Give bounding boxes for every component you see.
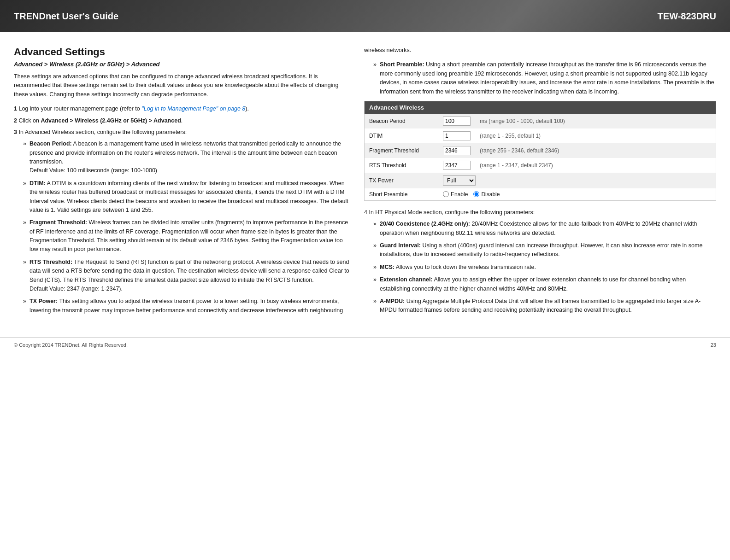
right-column: wireless networks. Short Preamble: Using… xyxy=(364,46,716,319)
page-title: Advanced Settings xyxy=(14,46,350,58)
right-bullet-list-top: Short Preamble: Using a short preamble c… xyxy=(364,60,716,96)
enable-radio-label[interactable]: Enable xyxy=(443,191,468,198)
list-item: MCS: Allows you to lock down the wireles… xyxy=(373,263,716,272)
list-item: Extension channel: Allows you to assign … xyxy=(373,275,716,293)
right-bullet-list-bottom: 20/40 Coexistence (2.4GHz only): 20/40MH… xyxy=(364,220,716,315)
table-row: Short Preamble Enable Disable xyxy=(365,188,716,200)
main-content: Advanced Settings Advanced > Wireless (2… xyxy=(0,32,730,328)
list-item: Beacon Period: A beacon is a management … xyxy=(23,140,350,175)
row-label: Fragment Threshold xyxy=(365,143,438,158)
step1-link[interactable]: "Log in to Management Page" on page 8 xyxy=(141,105,245,112)
left-column: Advanced Settings Advanced > Wireless (2… xyxy=(14,46,350,319)
row-label: Short Preamble xyxy=(365,188,438,200)
advanced-wireless-header: Advanced Wireless xyxy=(365,101,716,114)
row-label: Beacon Period xyxy=(365,114,438,128)
row-range: (range 1 - 255, default 1) xyxy=(475,128,716,143)
row-input-cell xyxy=(438,158,475,173)
disable-radio-label[interactable]: Disable xyxy=(473,191,500,198)
table-row: Fragment Threshold (range 256 - 2346, de… xyxy=(365,143,716,158)
tx-power-select[interactable]: Full Half Quarter xyxy=(443,175,476,186)
copyright-text: © Copyright 2014 TRENDnet. All Rights Re… xyxy=(14,342,128,348)
dtim-input[interactable] xyxy=(443,131,471,140)
rts-threshold-input[interactable] xyxy=(443,161,471,170)
short-preamble-disable-radio[interactable] xyxy=(473,191,479,197)
row-label: RTS Threshold xyxy=(365,158,438,173)
page-subtitle: Advanced > Wireless (2.4GHz or 5GHz) > A… xyxy=(14,61,350,68)
list-item: A-MPDU: Using Aggregate Multiple Protoco… xyxy=(373,297,716,315)
list-item: 20/40 Coexistence (2.4GHz only): 20/40MH… xyxy=(373,220,716,238)
page-footer: © Copyright 2014 TRENDnet. All Rights Re… xyxy=(0,337,730,352)
row-input-cell xyxy=(438,143,475,158)
table-row: DTIM (range 1 - 255, default 1) xyxy=(365,128,716,143)
page-header: TRENDnet User's Guide TEW-823DRU xyxy=(0,0,730,32)
row-input-cell: Full Half Quarter xyxy=(438,173,716,188)
row-input-cell xyxy=(438,114,475,128)
right-intro: wireless networks. xyxy=(364,46,716,55)
list-item: Guard Interval: Using a short (400ns) gu… xyxy=(373,241,716,259)
list-item: RTS Threshold: The Request To Send (RTS)… xyxy=(23,258,350,294)
row-input-cell xyxy=(438,128,475,143)
intro-paragraph: These settings are advanced options that… xyxy=(14,72,350,99)
row-radio-cell: Enable Disable xyxy=(438,188,716,200)
beacon-period-input[interactable] xyxy=(443,117,471,126)
step-4: 4 In HT Physical Mode section, configure… xyxy=(364,208,716,217)
list-item: Short Preamble: Using a short preamble c… xyxy=(373,60,716,96)
header-title-right: TEW-823DRU xyxy=(658,11,716,22)
advanced-wireless-panel: Advanced Wireless Beacon Period ms (rang… xyxy=(364,101,716,201)
advanced-wireless-table: Beacon Period ms (range 100 - 1000, defa… xyxy=(365,114,716,200)
row-label: TX Power xyxy=(365,173,438,188)
list-item: TX Power: This setting allows you to adj… xyxy=(23,297,350,315)
list-item: Fragment Threshold: Wireless frames can … xyxy=(23,218,350,254)
page-number: 23 xyxy=(711,342,716,348)
row-range: ms (range 100 - 1000, default 100) xyxy=(475,114,716,128)
header-title-left: TRENDnet User's Guide xyxy=(14,11,118,22)
table-row: TX Power Full Half Quarter xyxy=(365,173,716,188)
left-bullet-list: Beacon Period: A beacon is a management … xyxy=(14,140,350,315)
step-2: 2 Click on Advanced > Wireless (2.4GHz o… xyxy=(14,117,350,125)
row-range: (range 1 - 2347, default 2347) xyxy=(475,158,716,173)
row-range: (range 256 - 2346, default 2346) xyxy=(475,143,716,158)
step-1: 1 Log into your router management page (… xyxy=(14,105,350,113)
step-3: 3 In Advanced Wireless section, configur… xyxy=(14,128,350,137)
list-item: DTIM: A DTIM is a countdown informing cl… xyxy=(23,179,350,215)
fragment-threshold-input[interactable] xyxy=(443,146,471,155)
short-preamble-enable-radio[interactable] xyxy=(443,191,449,197)
short-preamble-radio-group: Enable Disable xyxy=(443,191,711,198)
table-row: Beacon Period ms (range 100 - 1000, defa… xyxy=(365,114,716,128)
row-label: DTIM xyxy=(365,128,438,143)
table-row: RTS Threshold (range 1 - 2347, default 2… xyxy=(365,158,716,173)
